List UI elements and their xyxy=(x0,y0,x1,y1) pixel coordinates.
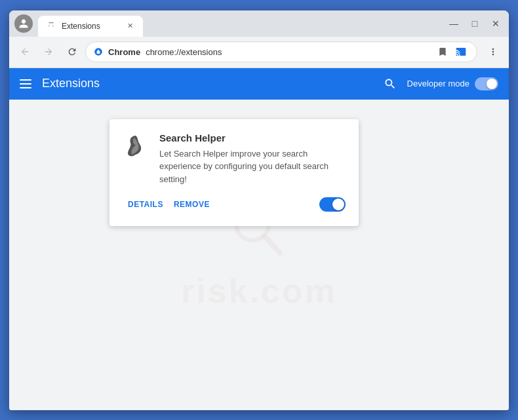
window-controls: — □ ✕ xyxy=(446,16,504,31)
ext-info: Search Helper Let Search Helper improve … xyxy=(159,132,346,186)
tab-close-button[interactable]: ✕ xyxy=(125,21,135,31)
hamburger-menu[interactable] xyxy=(20,79,31,88)
search-button[interactable] xyxy=(384,77,397,90)
menu-button[interactable] xyxy=(483,41,504,62)
chrome-label: Chrome xyxy=(108,47,140,57)
ext-card-header: Search Helper Let Search Helper improve … xyxy=(123,132,346,186)
address-bar[interactable]: Chrome chrome://extensions xyxy=(85,41,477,62)
extensions-title: Extensions xyxy=(42,77,384,90)
browser-window: Extensions ✕ — □ ✕ Chrome chrome://exten… xyxy=(9,10,509,410)
ext-toggle-knob xyxy=(332,199,344,210)
close-button[interactable]: ✕ xyxy=(488,16,504,31)
back-button[interactable] xyxy=(14,41,35,62)
remove-button[interactable]: REMOVE xyxy=(169,196,215,213)
tab-title: Extensions xyxy=(62,22,119,31)
lock-icon xyxy=(94,47,103,56)
details-button[interactable]: DETAILS xyxy=(123,196,169,213)
ext-card-actions: DETAILS REMOVE xyxy=(123,196,346,213)
active-tab[interactable]: Extensions ✕ xyxy=(38,16,143,37)
toggle-knob xyxy=(487,79,497,89)
developer-mode-toggle[interactable] xyxy=(475,77,498,90)
svg-line-2 xyxy=(264,236,280,253)
title-bar: Extensions ✕ — □ ✕ xyxy=(9,10,509,37)
toolbar-actions xyxy=(483,41,504,62)
extension-logo xyxy=(123,132,149,159)
extensions-header: Extensions Developer mode xyxy=(9,68,509,100)
address-actions xyxy=(435,44,469,60)
maximize-button[interactable]: □ xyxy=(467,16,483,31)
extension-toggle[interactable] xyxy=(319,197,346,212)
extension-card: Search Helper Let Search Helper improve … xyxy=(110,119,359,227)
developer-mode-label: Developer mode xyxy=(407,79,469,88)
bookmark-button[interactable] xyxy=(435,44,450,60)
tab-favicon xyxy=(46,21,56,31)
address-url-text: chrome://extensions xyxy=(146,47,429,57)
reload-button[interactable] xyxy=(62,41,83,62)
minimize-button[interactable]: — xyxy=(446,16,462,31)
extension-description: Let Search Helper improve your search ex… xyxy=(159,147,346,186)
extensions-content: risk.com Search Helper Let Search Helper… xyxy=(9,100,509,410)
toolbar: Chrome chrome://extensions xyxy=(9,37,509,68)
profile-icon[interactable] xyxy=(14,14,33,33)
watermark-text: risk.com xyxy=(181,271,337,311)
forward-button[interactable] xyxy=(38,41,59,62)
extension-name: Search Helper xyxy=(159,132,346,143)
tab-area: Extensions ✕ xyxy=(38,10,446,37)
cast-button[interactable] xyxy=(453,44,469,60)
